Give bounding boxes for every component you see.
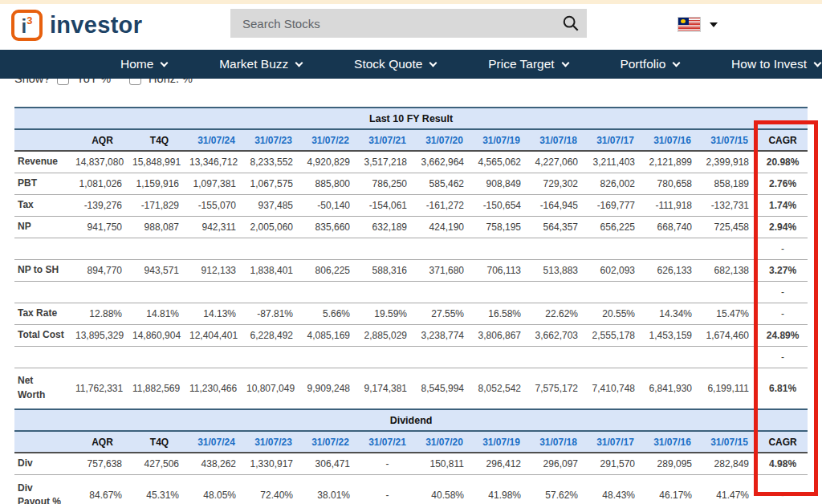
cell: 668,740 xyxy=(644,216,701,238)
cell: 22.62% xyxy=(530,303,587,324)
col-header-31-07-16[interactable]: 31/07/16 xyxy=(644,129,701,151)
cell xyxy=(416,281,473,303)
cell: 13,346,712 xyxy=(188,151,245,173)
cell xyxy=(530,281,587,303)
col-header-31-07-17[interactable]: 31/07/17 xyxy=(587,431,644,453)
cell: 14,860,904 xyxy=(131,324,188,346)
cell: 3,517,218 xyxy=(359,151,416,173)
caret-down-icon xyxy=(710,22,718,27)
cell: -171,829 xyxy=(131,194,188,216)
col-header-31-07-23[interactable]: 31/07/23 xyxy=(245,431,302,453)
nav-item-price-target[interactable]: Price Target xyxy=(488,57,568,71)
cell: -139,276 xyxy=(74,194,131,216)
cell: -161,272 xyxy=(416,194,473,216)
chevron-down-icon xyxy=(161,59,169,67)
row-div: Div757,638427,506438,2621,330,917306,471… xyxy=(14,453,808,474)
cell: 602,093 xyxy=(587,259,644,281)
row-label: Revenue xyxy=(14,151,74,173)
col-header-31-07-19[interactable]: 31/07/19 xyxy=(473,431,530,453)
col-header-31-07-24[interactable]: 31/07/24 xyxy=(188,129,245,151)
cell: 38.01% xyxy=(302,474,359,504)
col-header-31-07-17[interactable]: 31/07/17 xyxy=(587,129,644,151)
cell: 291,570 xyxy=(587,453,644,474)
col-header-31-07-24[interactable]: 31/07/24 xyxy=(188,431,245,453)
column-header-row: AQRT4Q31/07/2431/07/2331/07/2231/07/2131… xyxy=(14,129,808,151)
cell: 4,565,062 xyxy=(473,151,530,173)
col-header-31-07-22[interactable]: 31/07/22 xyxy=(302,431,359,453)
cell xyxy=(302,238,359,259)
row-label: Div xyxy=(14,453,74,474)
cell xyxy=(587,281,644,303)
nav-item-portfolio[interactable]: Portfolio xyxy=(620,57,679,71)
cell: 150,811 xyxy=(416,453,473,474)
yoy-checkbox[interactable] xyxy=(57,79,69,85)
cell: 564,357 xyxy=(530,216,587,238)
horiz-checkbox[interactable] xyxy=(129,79,141,85)
brand-wordmark: investor xyxy=(50,12,142,39)
cell: -87.81% xyxy=(245,303,302,324)
i3investor-logo[interactable]: i3 investor xyxy=(11,10,142,41)
cell: 16.58% xyxy=(473,303,530,324)
cell xyxy=(131,238,188,259)
nav-item-home[interactable]: Home xyxy=(120,57,167,71)
col-header-31-07-20[interactable]: 31/07/20 xyxy=(416,431,473,453)
row-net-worth: Net Worth11,762,33111,882,56911,230,4661… xyxy=(14,368,808,409)
cell: 780,658 xyxy=(644,173,701,194)
cell: 8,233,552 xyxy=(245,151,302,173)
col-header-31-07-15[interactable]: 31/07/15 xyxy=(701,129,758,151)
cell xyxy=(359,238,416,259)
chevron-down-icon xyxy=(561,59,569,67)
row-label xyxy=(14,346,74,368)
cell: 826,002 xyxy=(587,173,644,194)
cell xyxy=(188,238,245,259)
cell xyxy=(473,346,530,368)
cell: 14.81% xyxy=(131,303,188,324)
cell: 885,800 xyxy=(302,173,359,194)
cell: -132,731 xyxy=(701,194,758,216)
cell: 19.59% xyxy=(359,303,416,324)
cell: 858,189 xyxy=(701,173,758,194)
col-header-31-07-18[interactable]: 31/07/18 xyxy=(530,129,587,151)
cell: 943,571 xyxy=(131,259,188,281)
cagr-cell: 20.98% xyxy=(758,151,808,173)
col-header-31-07-21[interactable]: 31/07/21 xyxy=(359,431,416,453)
row-label: Div Payout % xyxy=(14,474,74,504)
cell: 1,674,460 xyxy=(701,324,758,346)
cell: 14.13% xyxy=(188,303,245,324)
cell xyxy=(74,238,131,259)
col-header-31-07-20[interactable]: 31/07/20 xyxy=(416,129,473,151)
col-header-empty xyxy=(14,129,74,151)
financial-results-table: Last 10 FY ResultAQRT4Q31/07/2431/07/233… xyxy=(14,107,808,504)
row-label: NP to SH xyxy=(14,259,74,281)
cell: 2,885,029 xyxy=(359,324,416,346)
cell: 656,225 xyxy=(587,216,644,238)
row-spacer: - xyxy=(14,238,808,259)
col-header-cagr: CAGR xyxy=(758,431,808,453)
column-header-row: AQRT4Q31/07/2431/07/2331/07/2231/07/2131… xyxy=(14,431,808,453)
cell: 729,302 xyxy=(530,173,587,194)
cell xyxy=(473,281,530,303)
col-header-31-07-19[interactable]: 31/07/19 xyxy=(473,129,530,151)
main-nav: HomeMarket BuzzStock QuotePrice TargetPo… xyxy=(0,50,822,79)
col-header-31-07-23[interactable]: 31/07/23 xyxy=(245,129,302,151)
cell: -169,777 xyxy=(587,194,644,216)
cell: 14.34% xyxy=(644,303,701,324)
cagr-cell: 24.89% xyxy=(758,324,808,346)
nav-item-market-buzz[interactable]: Market Buzz xyxy=(219,57,302,71)
col-header-31-07-21[interactable]: 31/07/21 xyxy=(359,129,416,151)
search-input[interactable] xyxy=(230,9,587,38)
search-icon[interactable] xyxy=(562,14,580,32)
top-accent-strip xyxy=(0,0,822,4)
cell xyxy=(416,346,473,368)
col-header-31-07-18[interactable]: 31/07/18 xyxy=(530,431,587,453)
nav-item-stock-quote[interactable]: Stock Quote xyxy=(354,57,436,71)
row-revenue: Revenue14,837,08015,848,99113,346,7128,2… xyxy=(14,151,808,173)
cell: 1,081,026 xyxy=(74,173,131,194)
cell: -111,918 xyxy=(644,194,701,216)
col-header-31-07-15[interactable]: 31/07/15 xyxy=(701,431,758,453)
cell xyxy=(416,238,473,259)
col-header-31-07-16[interactable]: 31/07/16 xyxy=(644,431,701,453)
language-selector[interactable] xyxy=(678,18,718,31)
col-header-31-07-22[interactable]: 31/07/22 xyxy=(302,129,359,151)
nav-item-how-to-invest[interactable]: How to Invest xyxy=(731,57,820,71)
